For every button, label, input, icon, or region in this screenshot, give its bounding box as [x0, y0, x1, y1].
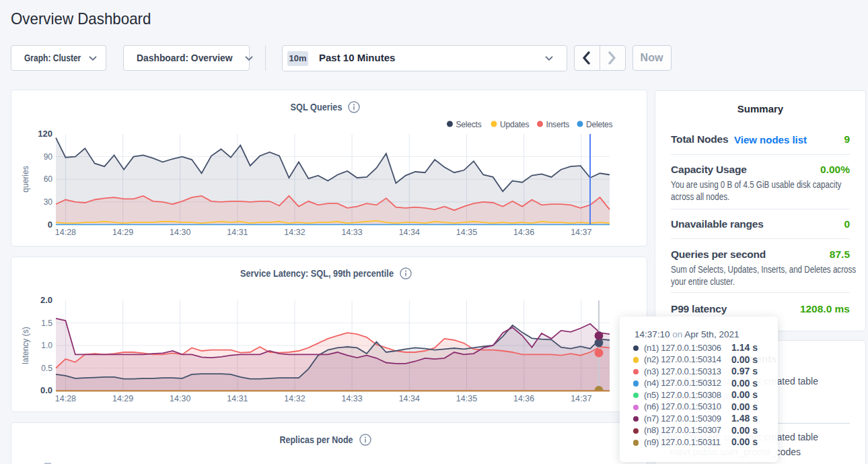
svg-text:Updates: Updates	[500, 120, 529, 129]
svg-text:14:34: 14:34	[399, 228, 420, 237]
svg-text:Replicas per Node: Replicas per Node	[280, 434, 353, 445]
svg-text:14:37: 14:37	[571, 228, 591, 237]
svg-text:30: 30	[44, 197, 53, 207]
svg-text:14:31: 14:31	[227, 394, 248, 403]
svg-text:Deletes: Deletes	[586, 120, 612, 129]
svg-text:14:36: 14:36	[513, 228, 534, 237]
svg-text:14:28: 14:28	[55, 394, 76, 403]
svg-text:14:33: 14:33	[341, 394, 362, 403]
svg-text:14:35: 14:35	[456, 228, 477, 237]
svg-text:14:36: 14:36	[513, 394, 534, 403]
svg-text:60: 60	[44, 174, 53, 184]
svg-text:SQL Queries: SQL Queries	[291, 102, 342, 112]
svg-text:14:29: 14:29	[112, 394, 133, 403]
svg-text:90: 90	[44, 152, 53, 162]
svg-text:14:28: 14:28	[55, 228, 76, 237]
svg-text:latency (s): latency (s)	[21, 327, 30, 364]
svg-text:1.5: 1.5	[41, 319, 52, 328]
svg-text:queries: queries	[21, 166, 30, 192]
svg-text:14:32: 14:32	[284, 394, 305, 403]
svg-text:14:35: 14:35	[456, 394, 477, 403]
svg-text:14:30: 14:30	[170, 394, 190, 403]
svg-text:14:31: 14:31	[227, 228, 248, 237]
svg-text:2.0: 2.0	[40, 295, 52, 305]
svg-text:Inserts: Inserts	[546, 120, 570, 129]
svg-text:0.0: 0.0	[40, 385, 52, 395]
svg-text:1.0: 1.0	[41, 341, 52, 350]
svg-text:14:29: 14:29	[112, 228, 133, 237]
svg-text:14:34: 14:34	[399, 394, 420, 403]
svg-text:120: 120	[38, 129, 52, 139]
svg-text:14:32: 14:32	[284, 228, 305, 237]
svg-text:14:33: 14:33	[341, 228, 362, 237]
svg-text:Selects: Selects	[456, 120, 482, 129]
svg-text:0: 0	[48, 220, 52, 230]
svg-text:14:30: 14:30	[170, 228, 190, 237]
svg-text:Service Latency: SQL, 99th per: Service Latency: SQL, 99th percentile	[240, 268, 394, 279]
svg-text:14:37: 14:37	[571, 394, 591, 403]
svg-text:0.5: 0.5	[41, 364, 52, 373]
